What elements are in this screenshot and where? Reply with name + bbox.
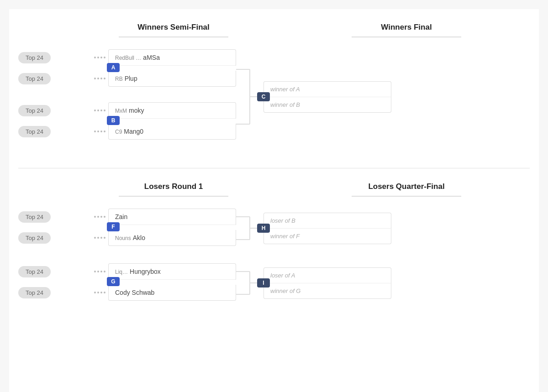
round1-underline bbox=[119, 196, 228, 197]
connector-g1 bbox=[91, 271, 108, 272]
seed-g2: Top 24 bbox=[18, 287, 51, 298]
losers-round1-header-block: Losers Round 1 bbox=[100, 182, 247, 197]
dot-g1c bbox=[100, 271, 102, 272]
match-a-player1-row: Top 24 RedBull …aMSa bbox=[18, 48, 236, 67]
dot13 bbox=[94, 131, 96, 132]
connector-a1 bbox=[91, 57, 108, 58]
match-h-col: H loser of B winner of F bbox=[263, 213, 391, 244]
badge-g: G bbox=[107, 277, 120, 286]
connector-a2 bbox=[91, 78, 108, 79]
losers-round1-title: Losers Round 1 bbox=[100, 182, 247, 191]
seed-a2: Top 24 bbox=[18, 73, 51, 84]
match-c-player2: winner of B bbox=[263, 97, 391, 113]
connector-g2 bbox=[91, 292, 108, 293]
connector-f1 bbox=[91, 216, 108, 218]
match-c-box: winner of A winner of B bbox=[263, 81, 391, 113]
winners-semifinal-title: Winners Semi-Final bbox=[100, 23, 247, 32]
match-a-player2-box: RBPlup bbox=[108, 71, 236, 87]
match-g-player2-box: Cody Schwab bbox=[108, 285, 236, 301]
losers-qf-title: Losers Quarter-Final bbox=[283, 182, 530, 191]
dot8 bbox=[104, 78, 105, 79]
match-f-p1-name: Zain bbox=[115, 213, 127, 220]
seed-f1-wrapper: Top 24 bbox=[18, 211, 91, 223]
match-b-player1-row: Top 24 MxMmoky bbox=[18, 101, 236, 120]
match-f-player1-box: Zain bbox=[108, 209, 236, 225]
winners-semifinal-header-block: Winners Semi-Final bbox=[100, 23, 247, 37]
match-f-player2-box: NounsAklo bbox=[108, 230, 236, 246]
badge-i-abs: I bbox=[257, 278, 270, 287]
dot12 bbox=[104, 110, 105, 111]
connector-b1 bbox=[91, 110, 108, 111]
losers-conn-spacer bbox=[247, 182, 283, 197]
seed-g1: Top 24 bbox=[18, 266, 51, 277]
match-a-p2-name: Plup bbox=[125, 75, 137, 82]
dot9 bbox=[94, 110, 96, 111]
winners-final-title: Winners Final bbox=[283, 23, 530, 32]
seed-f2-wrapper: Top 24 bbox=[18, 232, 91, 244]
connector-f2 bbox=[91, 237, 108, 239]
match-a-player2-row: Top 24 RBPlup bbox=[18, 69, 236, 88]
dot-f2d bbox=[104, 237, 105, 239]
dot1 bbox=[94, 57, 96, 58]
dot3 bbox=[100, 57, 102, 58]
match-a-group: Top 24 RedBull …aMSa bbox=[18, 48, 236, 88]
dot-g2b bbox=[97, 292, 99, 293]
match-a-player1-box: RedBull …aMSa bbox=[108, 49, 236, 66]
dot-f2b bbox=[97, 237, 99, 239]
match-h-player1: loser of B bbox=[263, 213, 391, 229]
match-f-p2-name: Aklo bbox=[133, 234, 145, 241]
match-i-player2: winner of G bbox=[263, 283, 391, 299]
seed-b1-wrapper: Top 24 bbox=[18, 105, 91, 116]
badge-a-abs: A bbox=[107, 63, 120, 72]
seed-f1: Top 24 bbox=[18, 211, 51, 223]
right-connector-col: C winner of A winner of B bbox=[236, 48, 391, 145]
dot-f2a bbox=[94, 237, 96, 239]
match-b-p2-name: Mang0 bbox=[124, 128, 143, 135]
match-g-player1-box: Liq…Hungrybox bbox=[108, 263, 236, 280]
match-f-p2-team: Nouns bbox=[115, 235, 131, 241]
match-a-p1-team: RedBull … bbox=[115, 55, 141, 61]
dot14 bbox=[97, 131, 99, 132]
dot4 bbox=[104, 57, 105, 58]
match-i-player1: loser of A bbox=[263, 267, 391, 283]
badge-f-abs: F bbox=[107, 222, 120, 231]
winners-section: Winners Semi-Final Winners Final bbox=[18, 23, 530, 145]
seed-f2: Top 24 bbox=[18, 232, 51, 244]
badge-a: A bbox=[107, 63, 120, 72]
dot-g1a bbox=[94, 271, 96, 272]
losers-bottom-pair: Top 24 Liq…Hungrybox bbox=[18, 262, 530, 303]
dot-g2c bbox=[100, 292, 102, 293]
seed-g1-wrapper: Top 24 bbox=[18, 266, 91, 277]
losers-headers: Losers Round 1 Losers Quarter-Final bbox=[18, 182, 530, 197]
losers-matches-col: Top 24 Zain bbox=[18, 208, 530, 303]
qf-underline bbox=[352, 196, 461, 197]
winners-matches-row: Top 24 RedBull …aMSa bbox=[18, 48, 530, 145]
bracket-container: Winners Semi-Final Winners Final bbox=[18, 23, 530, 322]
match-i-col: I loser of A winner of G bbox=[263, 267, 391, 299]
gi-connector: I loser of A winner of G bbox=[236, 262, 391, 303]
losers-left-g: Top 24 Liq…Hungrybox bbox=[18, 262, 236, 303]
match-c-col: C winner of A winner of B bbox=[263, 81, 391, 113]
badge-g-abs: G bbox=[107, 277, 120, 286]
dot-g2a bbox=[94, 292, 96, 293]
dot-f2c bbox=[100, 237, 102, 239]
match-b-player2-row: Top 24 C9Mang0 bbox=[18, 122, 236, 141]
seed-col-spacer bbox=[18, 23, 100, 37]
match-a-p2-team: RB bbox=[115, 76, 123, 82]
match-g-p1-team: Liq… bbox=[115, 269, 128, 275]
losers-seed-spacer bbox=[18, 182, 100, 197]
semifinal-underline bbox=[119, 37, 228, 37]
winners-headers: Winners Semi-Final Winners Final bbox=[18, 23, 530, 37]
match-h-player2: winner of F bbox=[263, 229, 391, 244]
badge-c-abs: C bbox=[257, 92, 270, 101]
winners-final-header-block: Winners Final bbox=[283, 23, 530, 37]
match-g-player1-row: Top 24 Liq…Hungrybox bbox=[18, 262, 236, 281]
final-underline bbox=[352, 37, 461, 37]
match-b-player1-box: MxMmoky bbox=[108, 102, 236, 119]
dot-f1a bbox=[94, 216, 96, 218]
page: Winners Semi-Final Winners Final bbox=[9, 9, 539, 392]
seed-a1-wrapper: Top 24 bbox=[18, 52, 91, 63]
match-g-p1-name: Hungrybox bbox=[130, 268, 161, 275]
match-b-player2-box: C9Mang0 bbox=[108, 124, 236, 140]
badge-c: C bbox=[257, 92, 270, 101]
